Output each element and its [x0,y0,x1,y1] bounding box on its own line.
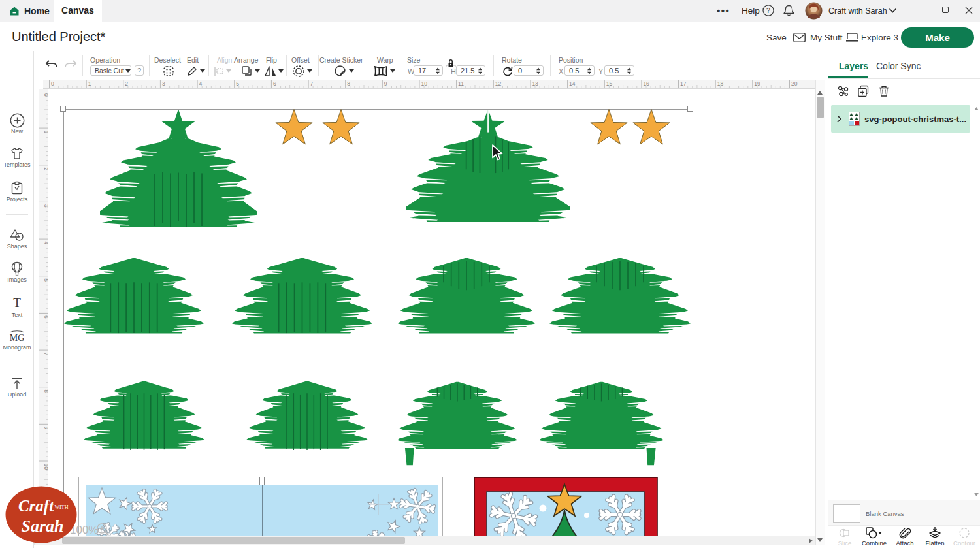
svg-text:T: T [13,297,21,310]
svg-text:14: 14 [569,80,576,87]
svg-text:2: 2 [43,167,48,170]
svg-text:12: 12 [495,80,502,87]
svg-text:4: 4 [43,242,48,245]
svg-text:0: 0 [51,80,54,87]
svg-text:17: 17 [680,80,687,87]
svg-text:0: 0 [43,93,48,97]
svg-text:19: 19 [754,80,760,87]
svg-text:7: 7 [43,353,48,356]
svg-text:1: 1 [88,80,91,87]
svg-text:7: 7 [310,80,314,87]
svg-text:5: 5 [236,80,239,87]
svg-text:8: 8 [43,389,48,393]
svg-text:4: 4 [199,80,203,87]
svg-text:3: 3 [162,80,165,87]
svg-text:10: 10 [421,80,428,87]
svg-text:20: 20 [791,80,798,87]
svg-text:6: 6 [43,315,48,319]
svg-text:9: 9 [384,80,387,87]
svg-text:MG: MG [10,333,25,343]
svg-text:18: 18 [717,80,724,87]
svg-text:?: ? [766,7,770,14]
svg-text:6: 6 [273,80,276,87]
svg-text:16: 16 [643,80,649,87]
svg-text:3: 3 [43,204,48,208]
svg-text:5: 5 [43,278,48,282]
svg-text:9: 9 [43,427,48,430]
svg-text:15: 15 [606,80,613,87]
svg-text:13: 13 [532,80,538,87]
svg-text:WITH: WITH [55,504,69,510]
svg-text:2: 2 [125,80,128,87]
svg-text:Sarah: Sarah [21,517,63,536]
svg-text:11: 11 [458,80,464,87]
svg-text:8: 8 [347,80,350,87]
svg-text:1: 1 [43,131,48,134]
svg-text:10: 10 [43,464,48,470]
svg-text:Craft: Craft [18,497,54,515]
